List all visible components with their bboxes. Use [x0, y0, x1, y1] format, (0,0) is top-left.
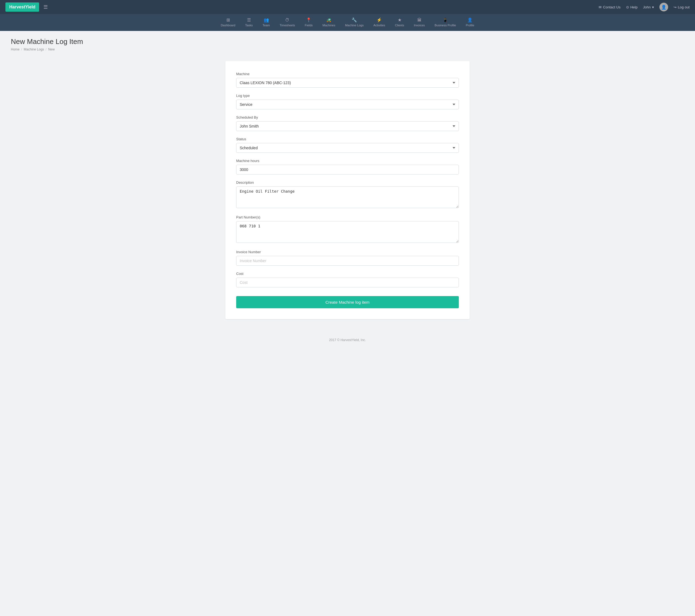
cost-input[interactable]	[236, 278, 459, 287]
page-header: New Machine Log Item Home / Machine Logs…	[0, 31, 695, 56]
breadcrumb: Home / Machine Logs / New	[11, 48, 684, 51]
breadcrumb-sep-1: /	[21, 48, 22, 51]
status-label: Status	[236, 137, 459, 141]
nav-item-business-profile[interactable]: 📱 Business Profile	[430, 14, 461, 31]
nav-item-team[interactable]: 👥 Team	[258, 14, 275, 31]
description-label: Description	[236, 181, 459, 185]
help-link[interactable]: ⊙ Help	[626, 5, 638, 9]
machine-hours-field-group: Machine hours	[236, 159, 459, 174]
nav-item-machine-logs[interactable]: 🔧 Machine Logs	[340, 14, 369, 31]
fields-icon: 📍	[306, 17, 311, 22]
nav-item-tasks[interactable]: ☰ Tasks	[240, 14, 258, 31]
breadcrumb-home[interactable]: Home	[11, 48, 19, 51]
logout-icon: ↪	[674, 5, 677, 9]
business-profile-icon: 📱	[442, 17, 448, 22]
machine-logs-icon: 🔧	[352, 17, 357, 22]
scheduled-by-field-group: Scheduled By John Smith	[236, 115, 459, 131]
status-field-group: Status Scheduled	[236, 137, 459, 153]
invoice-number-label: Invoice Number	[236, 250, 459, 254]
log-type-label: Log type	[236, 93, 459, 98]
nav-item-dashboard[interactable]: ⊞ Dashboard	[216, 14, 240, 31]
hamburger-menu[interactable]: ☰	[44, 4, 48, 10]
nav-item-machines[interactable]: 🚜 Machines	[318, 14, 340, 31]
nav-item-activities[interactable]: ⚡ Activities	[368, 14, 390, 31]
contact-us-link[interactable]: ✉ Contact Us	[599, 5, 620, 9]
footer-text: 2017 © HarvestYield, Inc.	[329, 338, 366, 342]
user-menu[interactable]: John ▾	[643, 5, 654, 9]
machine-label: Machine	[236, 72, 459, 76]
part-numbers-field-group: Part Number(s) 068 710 1	[236, 215, 459, 244]
scheduled-by-select[interactable]: John Smith	[236, 121, 459, 131]
breadcrumb-machine-logs[interactable]: Machine Logs	[23, 48, 44, 51]
nav-item-clients[interactable]: ★ Clients	[390, 14, 409, 31]
email-icon: ✉	[599, 5, 601, 9]
help-icon: ⊙	[626, 5, 629, 9]
invoices-icon: 🏛	[417, 18, 422, 22]
activities-icon: ⚡	[376, 17, 382, 22]
footer: 2017 © HarvestYield, Inc.	[0, 330, 695, 350]
part-numbers-textarea[interactable]: 068 710 1	[236, 221, 459, 243]
status-select[interactable]: Scheduled	[236, 143, 459, 153]
nav-item-profile[interactable]: 👤 Profile	[461, 14, 479, 31]
main-nav: ⊞ Dashboard ☰ Tasks 👥 Team ⏱ Timesheets …	[0, 14, 695, 31]
machine-hours-label: Machine hours	[236, 159, 459, 163]
machine-field-group: Machine Claas LEXION 780 (ABC-123)	[236, 72, 459, 88]
create-machine-log-button[interactable]: Create Machine log item	[236, 296, 459, 308]
tasks-icon: ☰	[247, 17, 251, 22]
log-type-select[interactable]: Service	[236, 100, 459, 109]
cost-label: Cost	[236, 272, 459, 276]
app-logo: HarvestYield	[5, 2, 39, 12]
clients-icon: ★	[398, 17, 402, 22]
nav-item-fields[interactable]: 📍 Fields	[300, 14, 317, 31]
profile-icon: 👤	[467, 17, 473, 22]
part-numbers-label: Part Number(s)	[236, 215, 459, 219]
machines-icon: 🚜	[326, 17, 332, 22]
logout-link[interactable]: ↪ Log out	[674, 5, 690, 9]
breadcrumb-sep-2: /	[46, 48, 47, 51]
machine-select[interactable]: Claas LEXION 780 (ABC-123)	[236, 78, 459, 88]
log-type-field-group: Log type Service	[236, 93, 459, 109]
chevron-down-icon: ▾	[652, 5, 654, 9]
cost-field-group: Cost	[236, 272, 459, 287]
breadcrumb-new: New	[48, 48, 54, 51]
main-content: Machine Claas LEXION 780 (ABC-123) Log t…	[0, 56, 695, 330]
nav-item-timesheets[interactable]: ⏱ Timesheets	[275, 14, 300, 31]
page-title: New Machine Log Item	[11, 37, 684, 46]
scheduled-by-label: Scheduled By	[236, 115, 459, 119]
dashboard-icon: ⊞	[226, 17, 230, 22]
avatar: 👤	[659, 3, 668, 12]
description-textarea[interactable]: Engine Oil Filter Change	[236, 186, 459, 208]
invoice-number-input[interactable]	[236, 256, 459, 266]
invoice-number-field-group: Invoice Number	[236, 250, 459, 266]
nav-item-invoices[interactable]: 🏛 Invoices	[409, 14, 429, 31]
timesheets-icon: ⏱	[285, 18, 289, 22]
form-card: Machine Claas LEXION 780 (ABC-123) Log t…	[225, 61, 470, 319]
machine-hours-input[interactable]	[236, 165, 459, 174]
team-icon: 👥	[264, 17, 269, 22]
top-right-nav: ✉ Contact Us ⊙ Help John ▾ 👤 ↪ Log out	[599, 3, 690, 12]
top-bar: HarvestYield ☰ ✉ Contact Us ⊙ Help John …	[0, 0, 695, 14]
description-field-group: Description Engine Oil Filter Change	[236, 181, 459, 209]
